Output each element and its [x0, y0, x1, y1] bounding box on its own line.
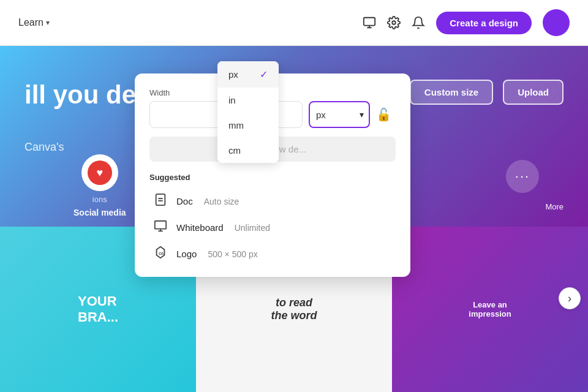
ions-label: ions: [92, 195, 107, 204]
learn-button[interactable]: Learn ▾: [18, 17, 50, 28]
logo-size: 500 × 500 px: [208, 249, 257, 259]
heart-icon: ♥: [88, 160, 112, 185]
unit-cm-label: cm: [228, 145, 241, 156]
lock-icon: 🔓: [376, 107, 391, 122]
whiteboard-name: Whiteboard: [176, 222, 224, 233]
create-design-label: Create a design: [450, 18, 518, 28]
unit-px-label: px: [228, 69, 238, 80]
upload-label: Upload: [518, 87, 549, 97]
unit-field-group: unit px in mm cm ▾: [309, 88, 370, 128]
unit-option-mm[interactable]: mm: [217, 113, 279, 138]
header-left: Learn ▾: [18, 17, 50, 28]
svg-text:co.: co.: [159, 251, 164, 255]
width-label: Width: [149, 88, 223, 97]
unit-option-px[interactable]: px ✓: [217, 61, 279, 88]
unit-option-cm[interactable]: cm: [217, 138, 279, 163]
logo-name: Logo: [176, 249, 197, 259]
settings-icon-button[interactable]: [387, 16, 401, 29]
monitor-icon-button[interactable]: [363, 16, 376, 29]
thumbnail-3-text: Leave animpression: [462, 294, 517, 325]
doc-size: Auto size: [204, 197, 239, 206]
unit-select-wrapper: px in mm cm ▾: [309, 101, 370, 128]
social-media-label: Social media: [74, 208, 126, 217]
thumbnail-3[interactable]: Leave animpression: [392, 227, 588, 392]
thumbnail-2-text: to readthe word: [265, 290, 323, 328]
hero-subtext: Canva's: [24, 141, 64, 154]
learn-label: Learn: [18, 17, 43, 28]
unit-mm-label: mm: [228, 120, 244, 130]
width-field-group: Width: [149, 88, 223, 128]
avatar[interactable]: [543, 9, 570, 36]
custom-size-label: Custom size: [424, 87, 478, 97]
more-button[interactable]: ···: [506, 160, 539, 193]
social-media-card: ♥ ions Social media: [74, 154, 126, 217]
whiteboard-icon: [152, 219, 169, 236]
svg-rect-6: [155, 221, 166, 229]
create-design-button[interactable]: Create a design: [436, 12, 532, 34]
width-input[interactable]: [149, 101, 223, 128]
suggested-section: Suggested Doc Auto size Whiteboard: [149, 173, 396, 267]
unit-select[interactable]: px in mm cm: [309, 101, 370, 128]
more-label: More: [545, 202, 564, 211]
more-dots-icon: ···: [515, 168, 530, 184]
doc-name: Doc: [176, 196, 193, 206]
notifications-icon-button[interactable]: [412, 16, 425, 29]
unit-option-in[interactable]: in: [217, 88, 279, 113]
suggested-label: Suggested: [149, 173, 396, 182]
unit-in-label: in: [228, 95, 236, 105]
unit-dropdown: px ✓ in mm cm: [217, 61, 279, 163]
thumbnail-1-text: YOURBRA...: [66, 281, 130, 337]
next-arrow-button[interactable]: ›: [559, 287, 581, 309]
check-icon: ✓: [260, 69, 268, 80]
svg-point-2: [393, 21, 396, 24]
hero-buttons: Custom size Upload: [410, 80, 564, 105]
social-media-icon: ♥: [81, 154, 118, 191]
suggested-item-doc[interactable]: Doc Auto size: [149, 188, 396, 214]
chevron-down-icon: ▾: [46, 18, 50, 27]
suggested-item-logo[interactable]: co. Logo 500 × 500 px: [149, 241, 396, 267]
custom-size-button[interactable]: Custom size: [410, 80, 493, 105]
header: Learn ▾ Create a design: [0, 0, 588, 46]
upload-button[interactable]: Upload: [503, 80, 564, 105]
header-right: Create a design: [363, 9, 570, 36]
svg-rect-0: [364, 18, 375, 26]
svg-rect-3: [156, 194, 165, 205]
logo-icon: co.: [152, 246, 169, 262]
doc-icon: [152, 193, 169, 209]
suggested-item-whiteboard[interactable]: Whiteboard Unlimited: [149, 214, 396, 241]
whiteboard-size: Unlimited: [235, 223, 270, 233]
